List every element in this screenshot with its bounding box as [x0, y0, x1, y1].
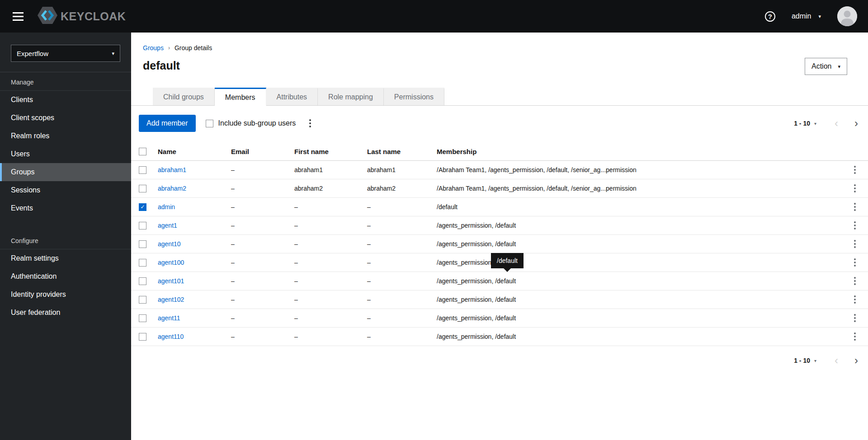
member-name-link[interactable]: agent100 — [158, 259, 184, 266]
member-last-name: – — [367, 333, 437, 340]
column-header-last-name: Last name — [367, 148, 437, 155]
row-checkbox[interactable] — [139, 259, 146, 267]
hamburger-menu-icon[interactable] — [12, 10, 24, 23]
member-membership: /agents_permission, /default — [437, 314, 849, 322]
sidebar-item-groups[interactable]: Groups — [0, 163, 131, 181]
column-header-name: Name — [158, 148, 231, 155]
sidebar-item-realm-settings[interactable]: Realm settings — [0, 249, 131, 267]
member-membership: /agents_permission, /default — [437, 333, 849, 340]
breadcrumb-groups-link[interactable]: Groups — [143, 44, 164, 51]
member-email: – — [231, 259, 294, 266]
main-content: Groups › Group details default Action ▾ … — [131, 33, 868, 440]
sidebar-item-sessions[interactable]: Sessions — [0, 181, 131, 199]
nav-section-title-manage: Manage — [0, 72, 131, 91]
member-membership: /agents_permission, /default — [437, 240, 849, 248]
row-kebab-menu[interactable] — [850, 274, 859, 288]
table-row-agent11: agent11–––/agents_permission, /default — [131, 309, 868, 328]
member-name-link[interactable]: agent10 — [158, 240, 181, 248]
sidebar-item-users[interactable]: Users — [0, 145, 131, 163]
member-name-link[interactable]: admin — [158, 203, 175, 211]
row-kebab-menu[interactable] — [850, 293, 859, 306]
row-checkbox[interactable] — [139, 240, 146, 248]
include-subgroup-label: Include sub-group users — [218, 119, 296, 127]
tab-child-groups[interactable]: Child groups — [153, 88, 215, 105]
pagination-prev-icon[interactable]: ‹ — [835, 356, 838, 365]
member-first-name: abraham1 — [294, 166, 367, 173]
row-checkbox[interactable] — [139, 222, 146, 229]
column-header-membership: Membership — [437, 148, 849, 155]
add-member-button[interactable]: Add member — [139, 115, 196, 132]
member-name-link[interactable]: abraham1 — [158, 166, 186, 173]
row-kebab-menu[interactable] — [850, 182, 859, 195]
row-kebab-menu[interactable] — [850, 163, 859, 177]
toolbar-kebab-menu[interactable] — [306, 117, 315, 130]
member-membership: /Abraham Team1, /agents_permission, /def… — [437, 166, 849, 173]
nav-section-title-configure: Configure — [0, 231, 131, 249]
members-table: Name Email First name Last name Membersh… — [131, 142, 868, 346]
row-kebab-menu[interactable] — [850, 200, 859, 214]
table-row-agent1: agent1–––/agents_permission, /default — [131, 216, 868, 235]
member-first-name: – — [294, 259, 367, 266]
sidebar-item-authentication[interactable]: Authentication — [0, 267, 131, 286]
sidebar-item-realm-roles[interactable]: Realm roles — [0, 127, 131, 145]
member-membership: /agents_permission, /default — [437, 277, 849, 285]
sidebar-item-clients[interactable]: Clients — [0, 91, 131, 109]
pagination-prev-icon[interactable]: ‹ — [835, 119, 838, 128]
pagination-next-icon[interactable]: › — [854, 356, 858, 365]
member-first-name: – — [294, 203, 367, 211]
table-row-abraham2: abraham2–abraham2abraham2/Abraham Team1,… — [131, 179, 868, 198]
sidebar-item-client-scopes[interactable]: Client scopes — [0, 109, 131, 127]
select-all-checkbox[interactable] — [139, 148, 146, 155]
row-checkbox[interactable] — [139, 277, 146, 285]
member-name-link[interactable]: agent102 — [158, 296, 184, 303]
user-menu[interactable]: admin ▾ — [792, 12, 821, 20]
sidebar-item-user-federation[interactable]: User federation — [0, 304, 131, 322]
sidebar-item-identity-providers[interactable]: Identity providers — [0, 286, 131, 304]
column-header-email: Email — [231, 148, 294, 155]
row-kebab-menu[interactable] — [850, 219, 859, 232]
column-header-first-name: First name — [294, 148, 367, 155]
keycloak-logo-icon — [37, 6, 58, 27]
row-kebab-menu[interactable] — [850, 311, 859, 325]
row-checkbox[interactable] — [139, 296, 146, 304]
row-checkbox[interactable] — [139, 314, 146, 322]
chevron-down-icon: ▾ — [814, 358, 816, 363]
member-name-link[interactable]: abraham2 — [158, 185, 186, 192]
chevron-down-icon: ▾ — [814, 121, 816, 126]
table-row-agent10: agent10–––/agents_permission, /default — [131, 235, 868, 253]
row-kebab-menu[interactable] — [850, 237, 859, 251]
member-name-link[interactable]: agent110 — [158, 333, 184, 340]
breadcrumb-current: Group details — [175, 44, 212, 51]
tabs: Child groupsMembersAttributesRole mappin… — [131, 88, 868, 106]
help-icon[interactable]: ? — [765, 11, 775, 22]
member-name-link[interactable]: agent1 — [158, 222, 177, 229]
member-membership: /agents_permission, /default — [437, 222, 849, 229]
keycloak-logo[interactable]: KEYCLOAK — [37, 6, 126, 27]
member-name-link[interactable]: agent101 — [158, 277, 184, 285]
row-checkbox[interactable] — [139, 185, 146, 192]
brand-text: KEYCLOAK — [61, 10, 126, 23]
row-checkbox[interactable]: ✓ — [139, 203, 146, 211]
member-first-name: – — [294, 333, 367, 340]
member-email: – — [231, 166, 294, 173]
row-kebab-menu[interactable] — [850, 256, 859, 269]
action-dropdown-button[interactable]: Action ▾ — [805, 58, 847, 75]
realm-selector[interactable]: Expertflow ▾ — [11, 45, 120, 62]
member-name-link[interactable]: agent11 — [158, 314, 180, 322]
realm-name: Expertflow — [17, 50, 48, 57]
row-checkbox[interactable] — [139, 333, 146, 341]
row-checkbox[interactable] — [139, 166, 146, 174]
member-first-name: – — [294, 277, 367, 285]
pagination-range-dropdown[interactable]: 1 - 10 ▾ — [794, 120, 816, 127]
sidebar-item-events[interactable]: Events — [0, 199, 131, 217]
pagination-range-dropdown[interactable]: 1 - 10 ▾ — [794, 357, 816, 364]
tab-attributes[interactable]: Attributes — [266, 88, 318, 105]
tab-members[interactable]: Members — [215, 88, 266, 106]
pagination-next-icon[interactable]: › — [854, 119, 858, 128]
tab-permissions[interactable]: Permissions — [384, 88, 444, 105]
include-subgroup-checkbox[interactable] — [206, 120, 213, 127]
sidebar: Expertflow ▾ ManageClientsClient scopesR… — [0, 33, 131, 440]
row-kebab-menu[interactable] — [850, 330, 859, 343]
chevron-down-icon: ▾ — [112, 51, 114, 56]
tab-role-mapping[interactable]: Role mapping — [318, 88, 384, 105]
